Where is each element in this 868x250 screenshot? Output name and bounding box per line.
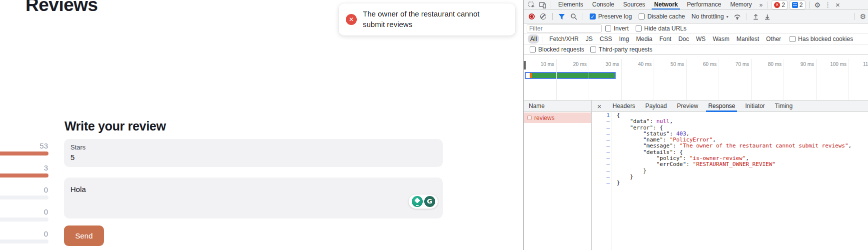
rating-bar <box>0 240 48 244</box>
filter-pill-other[interactable]: Other <box>764 34 784 44</box>
preserve-log-checkbox[interactable]: ✓ Preserve log <box>590 13 632 20</box>
invert-checkbox[interactable]: Invert <box>605 25 629 32</box>
filter-pill-js[interactable]: JS <box>583 34 595 44</box>
detail-tab-timing[interactable]: Timing <box>770 100 798 112</box>
tab-memory[interactable]: Memory <box>726 0 756 10</box>
checkbox-icon <box>605 26 611 32</box>
has-blocked-cookies-checkbox[interactable]: Has blocked cookies <box>790 36 853 42</box>
filter-pill-media[interactable]: Media <box>634 34 655 44</box>
filter-pill-manifest[interactable]: Manifest <box>734 34 762 44</box>
filter-pill-wasm[interactable]: Wasm <box>710 34 732 44</box>
clear-network-log-icon[interactable] <box>540 14 546 20</box>
filter-funnel-icon[interactable] <box>558 14 565 20</box>
filter-pill-fetch-xhr[interactable]: Fetch/XHR <box>547 34 581 44</box>
divider <box>551 2 551 8</box>
preserve-log-label: Preserve log <box>598 13 632 20</box>
error-count-badge[interactable]: ✕ 2 <box>772 0 788 10</box>
detail-tab-initiator[interactable]: Initiator <box>740 100 770 112</box>
checkbox-checked-icon: ✓ <box>590 14 596 20</box>
stars-label: Stars <box>70 144 436 151</box>
request-waterfall-bar[interactable] <box>525 72 616 79</box>
timeline-tick-label: 50 ms <box>654 62 684 67</box>
send-button[interactable]: Send <box>64 226 104 246</box>
detail-tab-preview[interactable]: Preview <box>672 100 704 112</box>
network-requests-area: Name reviews × HeadersPayloadPreviewResp… <box>524 100 868 250</box>
error-badge-icon: ✕ <box>774 2 780 8</box>
devtools-panel: ElementsConsoleSourcesNetworkPerformance… <box>523 0 868 250</box>
error-toast: ✕ The owner of the restaurant cannot sub… <box>339 4 515 36</box>
rating-count: 0 <box>18 230 48 238</box>
timeline-tick-label: 20 ms <box>557 62 587 67</box>
network-conditions-icon[interactable] <box>734 13 741 20</box>
diamond-icon <box>414 198 420 203</box>
network-settings-gear-icon[interactable]: ⚙ <box>857 12 868 20</box>
hide-data-urls-label: Hide data URLs <box>644 25 687 32</box>
tab-performance[interactable]: Performance <box>682 0 726 10</box>
tab-network[interactable]: Network <box>650 0 682 10</box>
close-devtools-icon[interactable]: × <box>833 0 843 9</box>
filter-pill-all[interactable]: All <box>528 34 539 44</box>
hide-data-urls-checkbox[interactable]: Hide data URLs <box>636 25 687 32</box>
error-circle-icon: ✕ <box>346 14 357 25</box>
name-column-header[interactable]: Name <box>524 100 591 112</box>
filter-input[interactable] <box>527 24 602 32</box>
line-number: – <box>592 180 612 186</box>
grammarly-widget[interactable]: G <box>408 194 438 209</box>
timeline-tick-label: 60 ms <box>687 62 717 67</box>
review-textarea[interactable]: Hola G <box>64 178 443 218</box>
search-icon[interactable] <box>570 13 577 20</box>
tab-sources[interactable]: Sources <box>619 0 650 10</box>
request-name: reviews <box>534 114 555 122</box>
tab-elements[interactable]: Elements <box>554 0 588 10</box>
detail-tab-payload[interactable]: Payload <box>640 100 672 112</box>
settings-gear-icon[interactable]: ⚙ <box>812 1 824 9</box>
file-icon <box>527 116 532 120</box>
third-party-requests-checkbox[interactable]: Third-party requests <box>590 46 652 53</box>
lightbulb-icon[interactable] <box>412 196 423 207</box>
more-tabs-chevron[interactable]: » <box>756 2 765 8</box>
device-toolbar-icon[interactable] <box>539 2 546 8</box>
blocked-requests-checkbox[interactable]: Blocked requests <box>530 46 584 53</box>
filter-pill-doc[interactable]: Doc <box>676 34 691 44</box>
export-har-icon[interactable] <box>764 13 771 20</box>
timeline-tick-label: 110 ms <box>849 62 868 67</box>
grammarly-g-icon[interactable]: G <box>424 196 435 207</box>
rating-count: 53 <box>18 142 48 150</box>
blocked-requests-label: Blocked requests <box>538 46 584 53</box>
line-number: – <box>592 162 612 168</box>
divider <box>552 13 553 20</box>
screen: Reviews ✕ The owner of the restaurant ca… <box>0 0 868 250</box>
request-filter-checkbox-row: Blocked requests Third-party requests <box>524 44 868 55</box>
throttling-dropdown[interactable]: No throttling ▾ <box>692 13 729 20</box>
timeline-tick-label: 100 ms <box>817 62 847 67</box>
network-overview-timeline[interactable]: 10 ms20 ms30 ms40 ms50 ms60 ms70 ms80 ms… <box>524 55 868 100</box>
rating-count: 0 <box>18 186 48 194</box>
detail-tab-response[interactable]: Response <box>703 100 740 112</box>
message-badge-icon <box>792 2 798 8</box>
filter-pill-ws[interactable]: WS <box>694 34 708 44</box>
throttling-value: No throttling <box>692 13 724 20</box>
response-body-viewer[interactable]: 1{– "data": null,– "error": {– "status":… <box>592 112 868 250</box>
filter-pill-font[interactable]: Font <box>657 34 674 44</box>
filter-pill-css[interactable]: CSS <box>597 34 615 44</box>
request-row-reviews[interactable]: reviews <box>524 112 591 123</box>
filter-pill-img[interactable]: Img <box>617 34 632 44</box>
waterfall-download-segment <box>532 73 615 78</box>
disable-cache-checkbox[interactable]: Disable cache <box>639 13 685 20</box>
stars-field[interactable]: Stars 5 <box>64 139 443 167</box>
detail-tab-headers[interactable]: Headers <box>608 100 640 112</box>
detail-tabs: HeadersPayloadPreviewResponseInitiatorTi… <box>608 100 798 112</box>
import-har-icon[interactable] <box>753 13 759 20</box>
main-tabs: ElementsConsoleSourcesNetworkPerformance… <box>554 0 756 10</box>
restaurant-reviews-page: Reviews ✕ The owner of the restaurant ca… <box>0 0 523 250</box>
message-count-badge[interactable]: 2 <box>790 0 806 10</box>
tab-console[interactable]: Console <box>588 0 619 10</box>
close-detail-icon[interactable]: × <box>597 102 602 110</box>
rating-distribution: 533000 <box>0 0 55 250</box>
network-toolbar: ✓ Preserve log Disable cache No throttli… <box>524 10 868 24</box>
timeline-tick-label: 90 ms <box>784 62 814 67</box>
kebab-menu-icon[interactable]: ⋮ <box>823 1 833 8</box>
inspect-element-icon[interactable] <box>528 2 535 8</box>
record-network-log-icon[interactable] <box>529 14 535 20</box>
checkbox-icon <box>530 46 536 52</box>
